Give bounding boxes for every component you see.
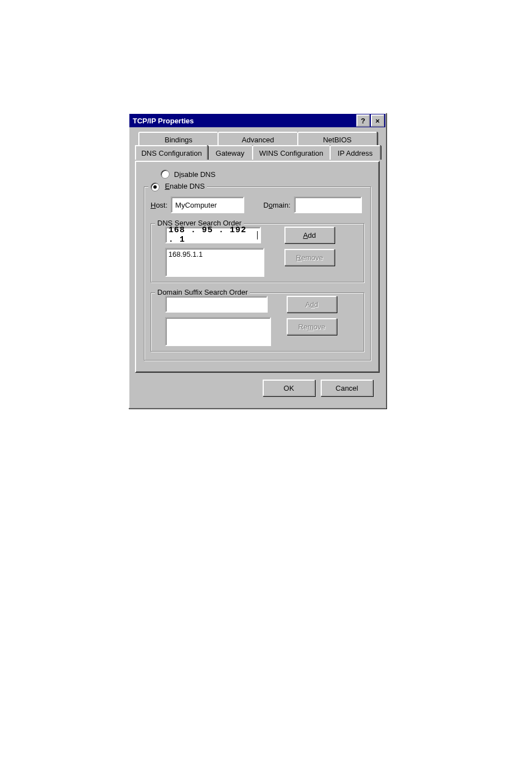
suffix-input-field[interactable] <box>168 300 264 309</box>
dns-ip-value: 168 . 95 . 192 . 1 <box>168 226 257 244</box>
host-label: Host: <box>151 201 167 209</box>
suffix-remove-button[interactable]: Remove <box>287 318 337 335</box>
tab-label: IP Address <box>338 149 373 157</box>
tab-label: NetBIOS <box>323 136 351 144</box>
domain-suffix-title: Domain Suffix Search Order <box>155 288 250 296</box>
tab-label: WINS Configuration <box>259 149 323 157</box>
help-icon: ? <box>361 117 365 124</box>
list-item[interactable]: 168.95.1.1 <box>168 250 261 258</box>
disable-dns-radio-row[interactable]: Disable DNS <box>161 170 371 179</box>
dialog-client: Bindings Advanced NetBIOS DNS Configurat… <box>129 127 385 407</box>
domain-input[interactable] <box>294 196 362 213</box>
dns-configuration-panel: Disable DNS Enable DNS Host: <box>135 161 380 373</box>
tab-advanced[interactable]: Advanced <box>217 132 298 146</box>
close-button[interactable]: × <box>371 114 384 127</box>
tab-label: Advanced <box>242 136 274 144</box>
domain-input-field[interactable] <box>297 200 359 210</box>
suffix-input[interactable] <box>165 296 268 313</box>
tab-netbios[interactable]: NetBIOS <box>297 132 378 146</box>
domain-label: Domain: <box>263 201 290 209</box>
domain-suffix-group: Domain Suffix Search Order <box>151 288 364 352</box>
tab-ip-address[interactable]: IP Address <box>330 145 381 160</box>
cancel-label: Cancel <box>336 384 358 392</box>
dns-remove-button[interactable]: Remove <box>284 249 335 266</box>
suffix-list[interactable] <box>165 317 271 346</box>
ok-button[interactable]: OK <box>263 380 315 396</box>
enable-dns-group: Enable DNS Host: Domain: <box>144 182 371 361</box>
tab-gateway[interactable]: Gateway <box>207 145 253 160</box>
host-input-field[interactable] <box>174 200 241 210</box>
tab-strip: Bindings Advanced NetBIOS DNS Configurat… <box>135 132 380 162</box>
tab-label: Bindings <box>165 136 192 144</box>
tcpip-properties-dialog: TCP/IP Properties ? × Bindings Advanced … <box>128 113 386 409</box>
text-cursor-icon <box>257 231 258 239</box>
dns-servers-group: DNS Server Search Order 168 . 95 . 192 .… <box>151 219 364 282</box>
suffix-add-button[interactable]: Add <box>287 296 337 313</box>
disable-dns-radio[interactable] <box>161 170 170 179</box>
titlebar: TCP/IP Properties ? × <box>129 114 385 127</box>
window-title: TCP/IP Properties <box>130 117 355 125</box>
dns-ip-input[interactable]: 168 . 95 . 192 . 1 <box>165 227 261 243</box>
tab-dns-configuration[interactable]: DNS Configuration <box>135 145 208 160</box>
host-domain-row: Host: Domain: <box>151 196 364 213</box>
cancel-button[interactable]: Cancel <box>321 380 373 396</box>
dns-add-button[interactable]: Add <box>284 227 335 243</box>
help-button[interactable]: ? <box>356 114 370 127</box>
dns-server-list[interactable]: 168.95.1.1 <box>165 248 264 277</box>
ok-label: OK <box>284 384 294 392</box>
dialog-buttons: OK Cancel <box>135 373 380 403</box>
tab-label: DNS Configuration <box>141 149 201 157</box>
tab-wins-configuration[interactable]: WINS Configuration <box>252 145 331 160</box>
tab-bindings[interactable]: Bindings <box>138 132 219 146</box>
disable-dns-label: Disable DNS <box>174 170 215 179</box>
close-icon: × <box>375 117 380 124</box>
host-input[interactable] <box>171 196 244 213</box>
tab-label: Gateway <box>216 149 244 157</box>
